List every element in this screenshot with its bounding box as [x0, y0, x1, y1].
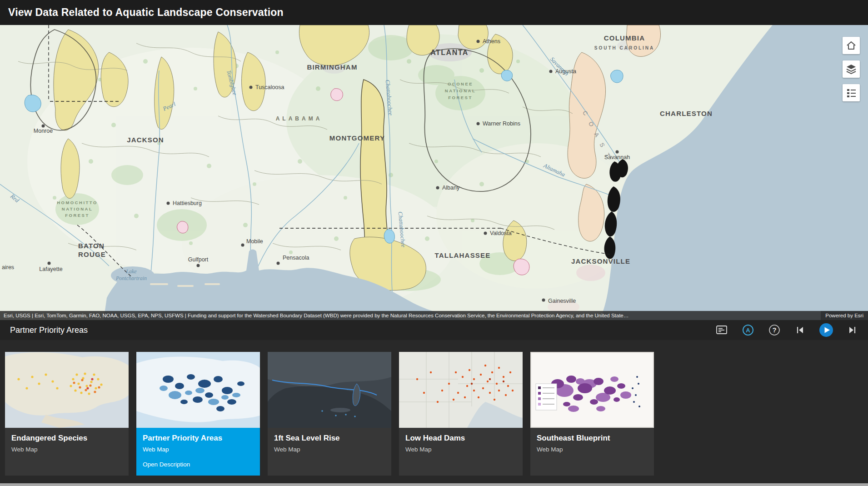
layers-button[interactable] [843, 60, 860, 78]
description-panel-button[interactable] [715, 324, 728, 336]
help-button[interactable]: ? [768, 324, 781, 336]
play-icon [819, 323, 833, 337]
card-info: Endangered Species Web Map [5, 428, 129, 459]
map-label-edge-fragment: aires [2, 264, 14, 271]
map-label-pontchartrain: Pontchartrain [115, 275, 147, 281]
home-button[interactable] [843, 37, 860, 54]
marker-a-button[interactable]: A [742, 324, 754, 336]
open-description-link[interactable]: Open Description [143, 461, 254, 468]
gallery-card-southeast-blueprint[interactable]: Southeast Blueprint Web Map [530, 352, 654, 476]
map-label-valdosta: Valdosta [490, 230, 512, 236]
map-label-oconee-3: FOREST [448, 95, 473, 100]
card-title: Low Head Dams [405, 434, 516, 443]
map-label-jackson: JACKSON [127, 136, 164, 144]
card-type: Web Map [537, 446, 648, 453]
toolbar-icons: A ? [715, 323, 858, 337]
card-title: Endangered Species [11, 434, 122, 443]
card-info: 1ft Sea Level Rise Web Map [268, 428, 391, 459]
page-title: View Data Related to Aquatic Landscape C… [8, 6, 284, 19]
map-label-athens: Athens [483, 38, 500, 45]
gallery-card-1ft-sea-level-rise[interactable]: 1ft Sea Level Rise Web Map [268, 352, 391, 476]
card-type: Web Map [405, 446, 516, 453]
map-label-atlanta: ATLANTA [430, 49, 469, 56]
card-info: Southeast Blueprint Web Map [530, 428, 654, 459]
map-label-charleston: CHARLESTON [660, 110, 713, 117]
map-label-jacksonville: JACKSONVILLE [571, 257, 630, 265]
map-label-columbia: COLUMBIA [604, 34, 645, 42]
map-label-pensacola: Pensacola [283, 255, 309, 261]
legend-icon [845, 87, 857, 99]
card-info: Partner Priority Areas Web Map Open Desc… [136, 428, 260, 474]
sea-level-rise-thumbnail [268, 352, 391, 428]
map[interactable]: Monroe JACKSON BATON ROUGE Lafayette Red… [0, 25, 868, 320]
map-label-birmingham: BIRMINGHAM [307, 63, 357, 71]
help-icon: ? [768, 324, 781, 336]
next-icon [847, 325, 858, 336]
card-type: Web Map [143, 446, 254, 453]
map-label-south-carolina: SOUTH CAROLINA [594, 45, 655, 50]
slide-title: Partner Priority Areas [10, 326, 88, 335]
previous-slide-button[interactable] [794, 325, 805, 336]
map-label-albany: Albany [442, 185, 460, 191]
map-label-rouge: ROUGE [78, 251, 106, 258]
map-label-tuscaloosa: Tuscaloosa [255, 84, 284, 90]
card-info: Low Head Dams Web Map [399, 428, 523, 459]
next-slide-button[interactable] [847, 325, 858, 336]
map-controls [843, 37, 860, 101]
map-label-homochitto-1: HOMOCHITTO [57, 200, 98, 205]
map-label-oconee-1: OCONEE [448, 81, 473, 86]
home-icon [845, 40, 857, 51]
slide-toolbar: Partner Priority Areas A ? [0, 320, 868, 340]
map-label-warner-robins: Warner Robins [483, 120, 520, 127]
svg-text:A: A [746, 327, 750, 334]
southeast-blueprint-thumbnail [530, 352, 654, 428]
map-label-monroe: Monroe [34, 128, 53, 134]
map-label-baton: BATON [78, 242, 105, 250]
media-gallery: Endangered Species Web Map Partner Prior… [0, 340, 868, 486]
layers-icon [845, 63, 857, 75]
powered-by-esri-link[interactable]: Powered by Esri [821, 311, 868, 320]
map-label-mobile: Mobile [246, 238, 263, 245]
map-label-homochitto-2: NATIONAL [62, 206, 93, 211]
description-panel-icon [715, 324, 728, 336]
attribution-text: Esri, USGS | Esri, TomTom, Garmin, FAO, … [0, 313, 821, 318]
map-label-gulfport: Gulfport [188, 256, 209, 263]
marker-a-icon: A [742, 324, 754, 336]
map-label-hattiesburg: Hattiesburg [173, 200, 202, 206]
map-label-tallahassee: TALLAHASSEE [435, 251, 491, 259]
app-header: View Data Related to Aquatic Landscape C… [0, 0, 868, 25]
map-label-homochitto-3: FOREST [65, 213, 90, 218]
map-attribution-bar: Esri, USGS | Esri, TomTom, Garmin, FAO, … [0, 311, 868, 320]
previous-icon [794, 325, 805, 336]
horizontal-scrollbar[interactable] [0, 483, 868, 486]
map-label-montgomery: MONTGOMERY [329, 134, 385, 142]
gallery-card-endangered-species[interactable]: Endangered Species Web Map [5, 352, 129, 476]
thumbnail-legend [536, 384, 557, 410]
card-title: 1ft Sea Level Rise [274, 434, 385, 443]
low-head-dams-thumbnail [399, 352, 523, 428]
card-type: Web Map [11, 446, 122, 453]
map-label-alabama: ALABAMA [276, 115, 323, 122]
card-type: Web Map [274, 446, 385, 453]
svg-text:?: ? [772, 326, 776, 334]
card-title: Partner Priority Areas [143, 434, 254, 443]
legend-button[interactable] [843, 84, 860, 101]
map-label-lake: Lake [125, 268, 137, 275]
gallery-card-partner-priority-areas[interactable]: Partner Priority Areas Web Map Open Desc… [136, 352, 260, 476]
map-label-lafayette: Lafayette [39, 266, 62, 272]
gallery-card-low-head-dams[interactable]: Low Head Dams Web Map [399, 352, 523, 476]
map-label-oconee-2: NATIONAL [445, 88, 476, 93]
endangered-species-thumbnail [5, 352, 129, 428]
play-button[interactable] [819, 323, 833, 337]
map-canvas: Monroe JACKSON BATON ROUGE Lafayette Red… [0, 25, 868, 320]
card-title: Southeast Blueprint [537, 434, 648, 443]
partner-priority-areas-thumbnail [136, 352, 260, 428]
map-label-gainesville: Gainesville [548, 298, 576, 304]
